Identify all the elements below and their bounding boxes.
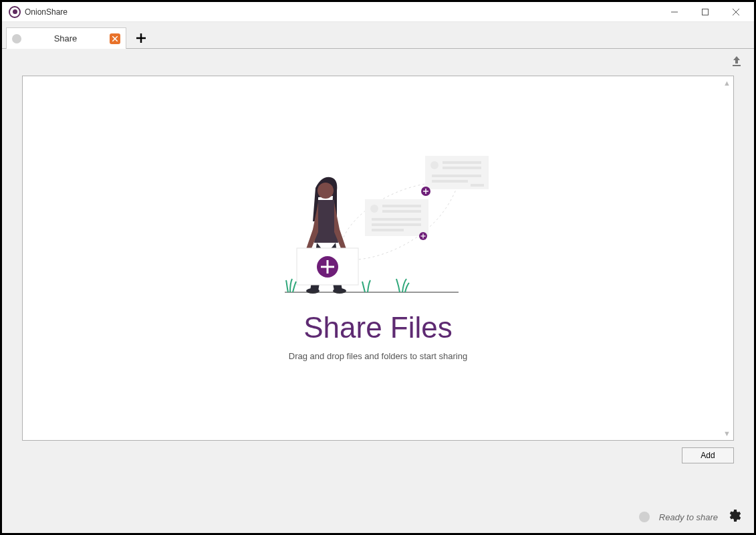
add-button[interactable]: Add — [682, 447, 734, 463]
content-area: Share ▲ ▼ — [2, 22, 754, 533]
svg-rect-13 — [432, 175, 481, 177]
svg-rect-18 — [382, 205, 421, 207]
svg-point-17 — [370, 205, 378, 213]
drop-heading: Share Files — [303, 311, 453, 344]
scroll-up-icon: ▲ — [723, 79, 731, 87]
titlebar: OnionShare — [2, 2, 754, 22]
svg-point-31 — [333, 288, 346, 294]
svg-rect-20 — [372, 218, 421, 221]
svg-point-29 — [318, 183, 334, 199]
svg-point-30 — [306, 288, 320, 294]
drop-subtext: Drag and drop files and folders to start… — [289, 351, 467, 361]
svg-rect-8 — [733, 65, 741, 66]
window-controls — [659, 3, 751, 21]
svg-rect-14 — [432, 180, 468, 183]
minimize-button[interactable] — [659, 3, 690, 21]
app-icon — [9, 6, 21, 18]
app-window: OnionShare Share — [0, 0, 756, 535]
share-illustration — [285, 136, 499, 303]
status-indicator-dot — [639, 512, 650, 522]
tab-bar: Share — [2, 22, 754, 49]
status-text: Ready to share — [659, 512, 718, 522]
maximize-button[interactable] — [690, 3, 721, 21]
svg-rect-11 — [443, 161, 481, 164]
file-drop-area[interactable]: ▲ ▼ — [22, 76, 734, 441]
close-window-button[interactable] — [721, 3, 751, 21]
new-tab-button[interactable] — [130, 28, 152, 48]
settings-button[interactable] — [727, 509, 741, 525]
toolbar — [2, 49, 754, 76]
tab-close-button[interactable] — [110, 33, 120, 44]
svg-rect-22 — [372, 229, 404, 231]
status-bar: Ready to share — [2, 501, 754, 533]
history-toggle-button[interactable] — [730, 54, 743, 70]
svg-rect-19 — [382, 210, 421, 213]
svg-rect-21 — [372, 223, 421, 226]
scroll-down-icon: ▼ — [723, 429, 731, 437]
tab-label: Share — [27, 33, 104, 43]
add-row: Add — [2, 447, 754, 474]
svg-point-10 — [430, 161, 438, 169]
svg-rect-15 — [471, 184, 484, 187]
tab-share[interactable]: Share — [6, 27, 126, 49]
window-title: OnionShare — [25, 7, 68, 17]
svg-rect-1 — [703, 9, 709, 15]
svg-rect-12 — [443, 167, 481, 169]
spacer — [2, 474, 754, 501]
tab-status-dot — [12, 34, 21, 43]
